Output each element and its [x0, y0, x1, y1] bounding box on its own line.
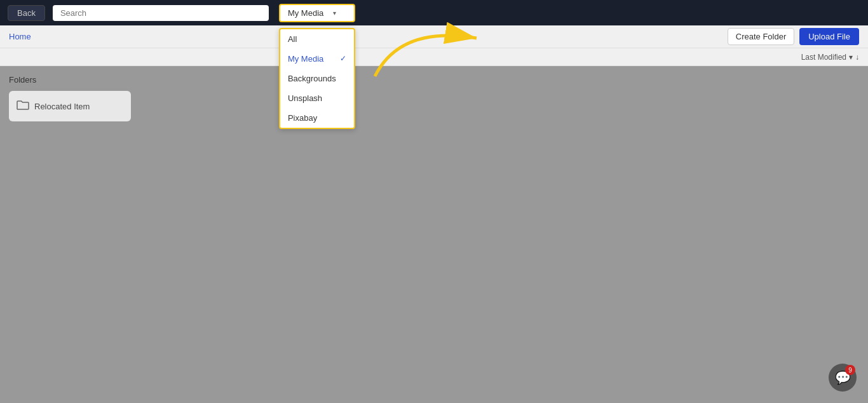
chevron-down-icon: ▾ — [333, 10, 336, 17]
back-button[interactable]: Back — [8, 5, 45, 21]
sort-bar: Last Modified ▾ ↓ — [0, 48, 868, 66]
search-input[interactable] — [53, 5, 269, 21]
dropdown-selected-label: My Media — [288, 8, 323, 18]
chat-bubble-button[interactable]: 💬 9 — [829, 364, 857, 392]
sort-chevron-icon[interactable]: ▾ — [849, 53, 853, 62]
dropdown-item-mymedia[interactable]: My Media ✓ — [280, 49, 354, 69]
dropdown-button[interactable]: My Media ▾ — [279, 4, 355, 22]
dropdown-item-label: Pixabay — [288, 113, 317, 123]
folder-name-label: Relocated Item — [34, 102, 90, 111]
dropdown-item-all[interactable]: All — [280, 29, 354, 49]
chat-badge: 9 — [845, 365, 855, 375]
dropdown-item-label: Unsplash — [288, 93, 322, 103]
folder-relocated-item[interactable]: Relocated Item — [9, 91, 131, 121]
dropdown-item-unsplash[interactable]: Unsplash — [280, 88, 354, 108]
dropdown-item-label: All — [288, 34, 297, 44]
create-folder-button[interactable]: Create Folder — [728, 28, 794, 45]
folders-section-label: Folders — [9, 75, 859, 85]
sort-label: Last Modified — [801, 53, 846, 62]
dropdown-item-label: My Media — [288, 54, 323, 64]
dropdown-item-label: Backgrounds — [288, 74, 336, 83]
source-dropdown[interactable]: My Media ▾ All My Media ✓ Backgrounds Un… — [279, 4, 355, 22]
check-icon: ✓ — [340, 54, 346, 63]
sub-bar: Home Create Folder Upload File — [0, 25, 868, 48]
folder-icon — [17, 100, 29, 113]
sort-by-last-modified[interactable]: Last Modified ▾ ↓ — [801, 53, 859, 62]
dropdown-menu: All My Media ✓ Backgrounds Unsplash Pixa… — [279, 28, 355, 129]
breadcrumb-home[interactable]: Home — [9, 32, 31, 41]
sort-direction-icon[interactable]: ↓ — [855, 53, 859, 62]
upload-file-button[interactable]: Upload File — [799, 28, 859, 45]
dropdown-item-pixabay[interactable]: Pixabay — [280, 108, 354, 128]
dropdown-item-backgrounds[interactable]: Backgrounds — [280, 69, 354, 88]
main-content: Folders Relocated Item — [0, 66, 868, 403]
toolbar-buttons: Create Folder Upload File — [728, 28, 859, 45]
top-bar: Back My Media ▾ All My Media ✓ Backgroun… — [0, 0, 868, 25]
